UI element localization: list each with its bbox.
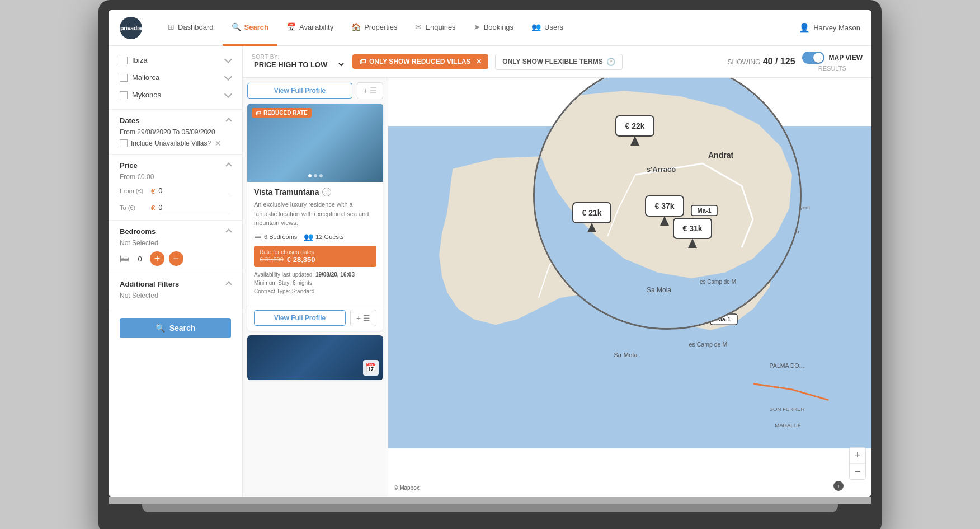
list-view-btn-top[interactable]: + ☰ <box>357 82 383 99</box>
dot-3 <box>319 174 323 177</box>
location-item-mallorca[interactable]: Mallorca <box>120 69 231 86</box>
svg-text:Ma-1: Ma-1 <box>647 265 661 271</box>
nav-label-bookings: Bookings <box>484 23 513 31</box>
mallorca-label: Mallorca <box>132 73 159 82</box>
guests-text: 12 Guests <box>315 233 343 240</box>
zoom-minus-btn[interactable]: − <box>850 464 865 479</box>
bedrooms-arrow <box>225 228 232 235</box>
map-view-toggle[interactable] <box>802 52 824 64</box>
mapbox-label: © Mapbox <box>394 485 420 491</box>
sort-label: SORT BY: <box>252 54 346 60</box>
mallorca-checkbox[interactable] <box>120 74 128 82</box>
price-to-input[interactable] <box>158 202 231 213</box>
bedroom-controls: 🛏 0 + − <box>120 251 231 266</box>
showing-section: SHOWING 40 / 125 <box>728 57 795 67</box>
svg-text:de Galatzo: de Galatzo <box>753 185 779 191</box>
sort-section: SORT BY: PRICE HIGH TO LOW PRICE LOW TO … <box>252 54 346 69</box>
svg-text:es Camp de M: es Camp de M <box>689 341 728 348</box>
min-stay-text: Minimum Stay: 6 nights <box>254 280 312 286</box>
info-icon-1[interactable]: i <box>322 188 331 196</box>
logo-circle: privadia <box>120 17 142 39</box>
svg-text:Son Serralta: Son Serralta <box>770 228 800 235</box>
svg-text:SON FERRER: SON FERRER <box>770 406 805 412</box>
toggle-knob <box>813 53 823 63</box>
nav-label-dashboard: Dashboard <box>178 23 214 31</box>
svg-text:s'Arracó: s'Arracó <box>619 224 649 232</box>
contract-type-row: Contract Type: Standard <box>254 287 376 296</box>
dates-close-btn[interactable]: ✕ <box>214 139 222 147</box>
nav-item-users[interactable]: 👥 Users <box>522 10 572 46</box>
nav-label-search: Search <box>244 23 268 31</box>
main-layout: Ibiza Mallorca Mykon <box>109 46 871 497</box>
bedroom-minus-btn[interactable]: − <box>169 251 183 266</box>
guests-icon: 👥 <box>304 232 313 241</box>
map-info-btn[interactable]: i <box>833 481 844 491</box>
zoom-plus-btn[interactable]: + <box>850 448 865 464</box>
reduced-villas-filter[interactable]: 🏷 ONLY SHOW REDUCED VILLAS ✕ <box>352 54 488 69</box>
dot-2 <box>314 174 317 177</box>
euro-to-icon: € <box>151 204 155 212</box>
price-from-input[interactable] <box>158 185 231 196</box>
map-toggle-area: MAP VIEW RESULTS <box>802 52 863 72</box>
list-view-btn-1[interactable]: + ☰ <box>350 310 376 326</box>
search-icon: 🔍 <box>156 324 165 333</box>
unavailable-checkbox[interactable] <box>120 139 128 147</box>
search-button[interactable]: 🔍 Search <box>120 318 231 338</box>
view-profile-btn-1[interactable]: View Full Profile <box>254 310 346 326</box>
sort-select[interactable]: PRICE HIGH TO LOW PRICE LOW TO HIGH <box>252 60 346 69</box>
bedroom-count: 0 <box>134 255 145 263</box>
laptop-bottom-bar <box>109 497 871 504</box>
close-reduced-icon[interactable]: ✕ <box>476 58 482 65</box>
logo[interactable]: privadia <box>120 17 142 39</box>
svg-text:Puigpunyent: Puigpunyent <box>780 204 811 210</box>
ibiza-checkbox[interactable] <box>120 57 128 64</box>
map-svg: Ma-1 Ma-1 s'Arracó Andrat Sa Mola es Cam… <box>388 78 871 497</box>
additional-filters: Additional Filters Not Selected <box>109 273 242 311</box>
view-profile-btn-top[interactable]: View Full Profile <box>247 83 352 99</box>
listing-amenities: 🛏 6 Bedrooms 👥 12 Guests <box>254 232 376 241</box>
dates-arrow <box>225 118 232 124</box>
mykonos-checkbox[interactable] <box>120 91 128 99</box>
showing-label: SHOWING <box>728 58 761 66</box>
price-to-label: To (€) <box>120 204 148 211</box>
nav-item-search[interactable]: 🔍 Search <box>223 10 277 46</box>
flexible-terms-filter[interactable]: ONLY SHOW FLEXIBLE TERMS 🕐 <box>495 54 622 70</box>
laptop-frame: privadia ⊞ Dashboard 🔍 Search 📅 Availabi… <box>98 0 882 529</box>
listing-title-1: Vista Tramuntana <box>254 188 319 196</box>
reduced-villas-label: ONLY SHOW REDUCED VILLAS <box>369 58 470 65</box>
laptop-foot <box>142 504 838 512</box>
rate-label: Rate for chosen dates <box>260 249 371 255</box>
nav-item-bookings[interactable]: ➤ Bookings <box>465 10 522 46</box>
toolbar-right: SHOWING 40 / 125 MAP VIEW RESULTS <box>728 52 863 72</box>
mykonos-chevron <box>224 90 232 97</box>
availability-updated: Availability last updated: 19/08/20, 16:… <box>254 270 376 279</box>
nav-items: ⊞ Dashboard 🔍 Search 📅 Availability 🏠 Pr… <box>159 10 799 46</box>
bedroom-icon: 🛏 <box>254 232 262 241</box>
ibiza-chevron <box>224 55 232 63</box>
tag-icon: 🏷 <box>359 58 366 65</box>
dates-filter: Dates From 29/08/2020 To 05/09/2020 Incl… <box>109 110 242 155</box>
price-inputs: From (€) € To (€) € <box>120 185 231 213</box>
bedroom-plus-btn[interactable]: + <box>150 251 164 266</box>
properties-icon: 🏠 <box>351 22 361 31</box>
logo-text: privadia <box>120 25 142 31</box>
location-item-ibiza[interactable]: Ibiza <box>120 52 231 69</box>
price-arrow <box>225 162 232 168</box>
amenity-bedrooms: 🛏 6 Bedrooms <box>254 232 297 241</box>
nav-item-availability[interactable]: 📅 Availability <box>277 10 342 46</box>
location-item-mykonos[interactable]: Mykonos <box>120 86 231 104</box>
nav-item-dashboard[interactable]: ⊞ Dashboard <box>159 10 223 46</box>
listing-image-2: 📅 <box>247 335 383 380</box>
nav-item-properties[interactable]: 🏠 Properties <box>342 10 406 46</box>
calendar-overlay[interactable]: 📅 <box>363 360 379 376</box>
zoom-controls: + − <box>849 447 866 480</box>
screen: privadia ⊞ Dashboard 🔍 Search 📅 Availabi… <box>109 10 871 497</box>
nav-item-enquiries[interactable]: ✉ Enquiries <box>406 10 464 46</box>
additional-filters-sub: Not Selected <box>120 292 231 299</box>
bedrooms-text: 6 Bedrooms <box>264 233 297 240</box>
date-range: From 29/08/2020 To 05/09/2020 <box>120 128 231 136</box>
min-stay-row: Minimum Stay: 6 nights <box>254 279 376 287</box>
listing-body-1: Vista Tramuntana i An exclusive luxury r… <box>247 182 383 305</box>
listings-panel: View Full Profile + ☰ 🏷 REDUCED RATE <box>243 78 388 497</box>
enquiries-icon: ✉ <box>415 22 422 31</box>
